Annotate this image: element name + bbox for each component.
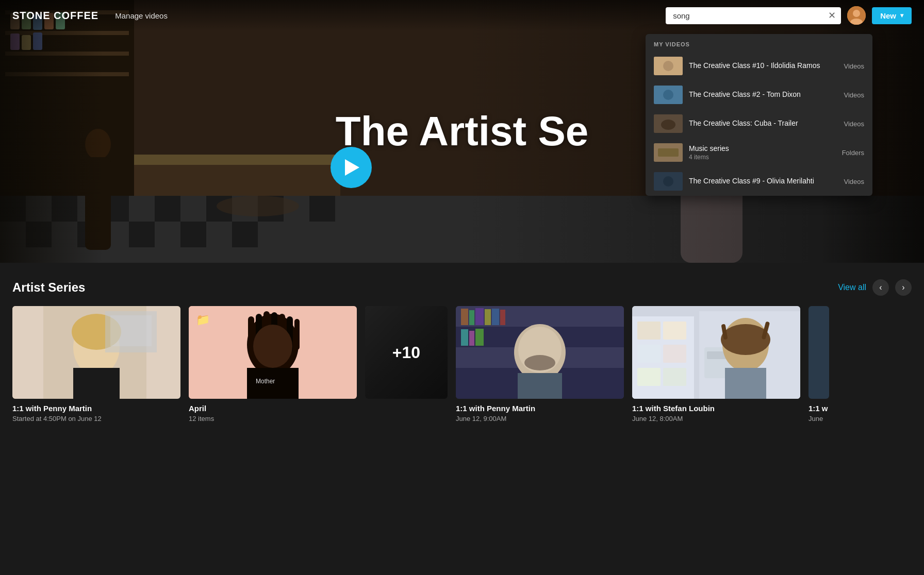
svg-rect-97 [518,373,562,399]
play-icon [345,159,359,176]
dropdown-item-info-5: The Creative Class #9 - Olivia Merilahti [689,177,837,186]
dropdown-item-2[interactable]: The Creative Class #2 - Tom Dixon Videos [646,80,872,109]
svg-rect-103 [637,345,661,363]
dropdown-item-title-5: The Creative Class #9 - Olivia Merilahti [689,177,837,185]
svg-rect-53 [258,222,284,247]
svg-rect-89 [492,309,499,325]
chevron-left-icon: ‹ [879,283,882,292]
folder-icon: 📁 [196,313,210,327]
dropdown-item-title-4: Music series [689,144,836,153]
dropdown-item-type-2: Videos [844,91,864,99]
section-title: Artist Series [12,280,85,295]
dropdown-item-5[interactable]: The Creative Class #9 - Olivia Merilahti… [646,167,872,196]
plus-overlay: +10 [365,306,448,399]
card-subtitle-5: June 12, 8:00AM [632,415,800,422]
dropdown-item-subtitle-4: 4 items [689,154,836,161]
chevron-right-icon: › [902,283,904,292]
svg-rect-102 [663,322,686,340]
logo: STONE COFFEE [12,10,98,22]
dropdown-item-title-3: The Creative Class: Cuba - Trailer [689,119,837,127]
svg-rect-88 [485,309,491,325]
svg-rect-87 [475,308,484,325]
card-subtitle-1: Started at 4:50PM on June 12 [12,415,180,422]
svg-rect-104 [663,345,686,363]
prev-arrow[interactable]: ‹ [872,279,889,296]
card-image-1 [12,306,180,399]
svg-rect-92 [469,331,474,346]
card-title-4: 1:1 with Penny Martin [456,404,624,413]
dropdown-item-info-4: Music series 4 items [689,144,836,161]
card-thumb-6 [808,306,829,399]
svg-point-12 [663,176,673,187]
svg-rect-86 [469,310,474,325]
dropdown-item-info-3: The Creative Class: Cuba - Trailer [689,119,837,128]
card-4[interactable]: 1:1 with Penny Martin June 12, 9:00AM [456,306,624,422]
svg-rect-67 [110,315,152,346]
card-title-5: 1:1 with Stefan Loubin [632,404,800,413]
svg-rect-101 [637,322,661,340]
svg-rect-59 [0,0,103,263]
card-thumb-3: +10 [365,306,448,399]
card-thumb-4 [456,306,624,399]
card-image-5 [632,306,800,399]
svg-point-110 [721,324,770,355]
new-button[interactable]: New ▾ [872,7,912,24]
svg-point-96 [524,355,555,370]
dropdown-thumb-2 [654,86,683,104]
card-thumb-1 [12,306,180,399]
header-right: ✕ New ▾ [666,6,912,25]
search-container: ✕ [666,7,841,24]
svg-point-1 [853,10,860,17]
card-title-2: April [189,404,357,413]
dropdown-item-type-4: Folders [842,149,864,157]
dropdown-item-1[interactable]: The Creative Class #10 - Ildolidia Ramos… [646,52,872,80]
card-subtitle-6: June [808,415,829,422]
svg-rect-64 [73,368,120,399]
card-thumb-5 [632,306,800,399]
card-6[interactable]: 1:1 w June [808,306,829,422]
svg-rect-90 [500,310,505,325]
search-clear-icon[interactable]: ✕ [828,11,836,20]
card-title-1: 1:1 with Penny Martin [12,404,180,413]
avatar[interactable] [847,6,866,25]
svg-rect-49 [155,222,180,247]
next-arrow[interactable]: › [895,279,912,296]
svg-rect-113 [725,368,766,399]
view-all-link[interactable]: View all [838,283,866,292]
section-header: Artist Series View all ‹ › [12,279,912,296]
svg-point-78 [253,325,292,368]
hero-title: The Artist Se [336,108,588,155]
dropdown-item-4[interactable]: Music series 4 items Folders [646,138,872,167]
card-5[interactable]: 1:1 with Stefan Loubin June 12, 8:00AM [632,306,800,422]
svg-rect-106 [663,368,686,386]
dropdown-thumb-5 [654,172,683,191]
card-title-6: 1:1 w [808,404,829,413]
bottom-section: Artist Series View all ‹ › [0,263,924,435]
manage-videos-link[interactable]: Manage videos [115,11,168,20]
card-3[interactable]: +10 [365,306,448,422]
svg-rect-51 [206,222,232,247]
card-2[interactable]: Mother 📁 April 12 items [189,306,357,422]
card-thumb-2: Mother 📁 [189,306,357,399]
svg-rect-93 [475,329,484,346]
dropdown-item-info-1: The Creative Class #10 - Ildolidia Ramos [689,61,837,71]
card-1[interactable]: 1:1 with Penny Martin Started at 4:50PM … [12,306,180,422]
card-image-2: Mother [189,306,357,399]
svg-rect-52 [232,222,258,247]
dropdown-item-type-1: Videos [844,62,864,70]
search-dropdown: MY VIDEOS The Creative Class #10 - Ildol… [646,34,872,196]
svg-rect-50 [180,222,206,247]
dropdown-item-3[interactable]: The Creative Class: Cuba - Trailer Video… [646,109,872,138]
dropdown-thumb-4 [654,143,683,162]
play-button[interactable] [331,147,372,188]
svg-point-6 [663,90,673,100]
search-input[interactable] [666,7,841,24]
svg-point-8 [661,120,675,130]
svg-point-4 [663,61,673,71]
svg-rect-42 [309,196,335,222]
card-subtitle-2: 12 items [189,415,357,422]
svg-rect-105 [637,368,661,386]
svg-rect-36 [155,196,180,222]
svg-point-58 [217,196,299,216]
svg-rect-48 [129,222,155,247]
